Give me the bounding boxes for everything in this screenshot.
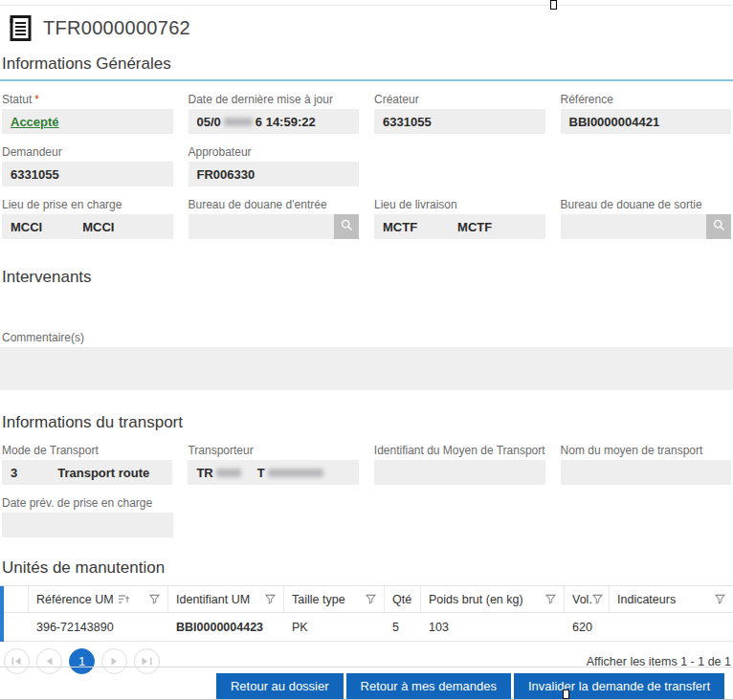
- filter-funnel-icon[interactable]: [149, 594, 160, 604]
- statut-label: Statut: [2, 93, 32, 106]
- field-bureau-sortie: Bureau de douane de sortie: [561, 198, 732, 239]
- field-transporteur: Transporteur TRT: [188, 444, 358, 485]
- header-cell-spacer: [4, 586, 29, 612]
- field-approbateur: Approbateur FR006330: [189, 145, 360, 186]
- header-cell-qte[interactable]: Qté: [385, 586, 421, 612]
- document-icon: [10, 15, 32, 41]
- header-cell-indicateurs[interactable]: Indicateurs: [610, 586, 733, 612]
- page-header: TFR0000000762: [0, 0, 733, 41]
- commentaire-label: Commentaire(s): [2, 331, 733, 344]
- required-asterisk: *: [34, 93, 39, 106]
- field-demandeur: Demandeur 6331055: [2, 145, 173, 186]
- transporteur-label: Transporteur: [188, 444, 358, 457]
- redacted-segment: [216, 469, 241, 477]
- field-statut: Statut* Accepté: [2, 93, 173, 134]
- reference-label: Référence: [561, 93, 732, 106]
- identifiant-moyen-label: Identifiant du Moyen de Transport: [374, 444, 545, 457]
- date-maj-label: Date de dernière mise à jour: [189, 93, 360, 106]
- transporteur-value: TRT: [188, 460, 358, 485]
- demandeur-value: 6331055: [2, 162, 173, 186]
- approbateur-label: Approbateur: [189, 145, 360, 159]
- table-selection-strip: [0, 586, 4, 642]
- approbateur-value: FR006330: [189, 162, 360, 186]
- filter-funnel-icon[interactable]: [366, 594, 376, 604]
- lieu-prise-label: Lieu de prise en charge: [2, 198, 173, 211]
- invalider-demande-button[interactable]: Invalider la demande de transfert: [514, 673, 724, 699]
- header-cell-identifiant[interactable]: Identifiant UM: [168, 586, 284, 612]
- section-title-um: Unités de manutention: [2, 558, 733, 578]
- header-cell-vol[interactable]: Vol.: [565, 586, 610, 612]
- filter-funnel-icon[interactable]: [545, 594, 556, 604]
- sort-asc-icon: [119, 594, 129, 604]
- artifact-glyph-top: [550, 0, 557, 10]
- general-fields-row3: Lieu de prise en charge MCCIMCCI Bureau …: [2, 198, 731, 239]
- field-date-maj: Date de dernière mise à jour 05/06 14:59…: [189, 93, 360, 134]
- table-row[interactable]: 396-72143890 BBI0000004423 PK 5 103 620: [4, 613, 733, 642]
- lieu-prise-value: MCCIMCCI: [2, 214, 173, 239]
- search-icon: [341, 219, 353, 234]
- nom-moyen-value: [561, 460, 731, 485]
- field-identifiant-moyen: Identifiant du Moyen de Transport: [374, 444, 545, 485]
- um-table: Référence UM Identifiant UM Taille type: [0, 585, 733, 642]
- field-lieu-prise: Lieu de prise en charge MCCIMCCI: [2, 198, 173, 239]
- field-lieu-livraison: Lieu de livraison MCTFMCTF: [374, 198, 545, 239]
- retour-dossier-button[interactable]: Retour au dossier: [216, 673, 344, 699]
- bureau-entree-input[interactable]: [189, 214, 360, 239]
- section-title-intervenants: Intervenants: [2, 268, 733, 287]
- row-cell-identifiant: BBI0000004423: [168, 613, 284, 641]
- redacted-segment: [224, 118, 253, 126]
- filter-funnel-icon[interactable]: [592, 594, 603, 604]
- header-cell-reference[interactable]: Référence UM: [29, 586, 168, 612]
- row-cell-spacer: [4, 613, 29, 641]
- bureau-sortie-label: Bureau de douane de sortie: [561, 198, 732, 211]
- nom-moyen-label: Nom du moyen de transport: [561, 444, 731, 457]
- page: TFR0000000762 Informations Générales Sta…: [0, 0, 733, 700]
- date-prev-value: [2, 513, 173, 537]
- field-bureau-entree: Bureau de douane d'entrée: [189, 198, 360, 239]
- section-underline: [0, 79, 733, 81]
- row-cell-poids: 103: [421, 613, 565, 641]
- identifiant-moyen-value: [374, 460, 545, 485]
- createur-label: Créateur: [374, 93, 545, 106]
- bureau-sortie-input[interactable]: [561, 214, 732, 239]
- statut-value-link[interactable]: Accepté: [11, 115, 59, 129]
- general-fields-row1: Statut* Accepté Date de dernière mise à …: [2, 93, 731, 134]
- header-cell-taille[interactable]: Taille type: [284, 586, 385, 612]
- date-prev-label: Date prév. de prise en charge: [2, 496, 173, 510]
- search-icon: [713, 219, 725, 234]
- page-title: TFR0000000762: [43, 17, 190, 39]
- commentaire-textarea: [0, 347, 733, 390]
- demandeur-label: Demandeur: [2, 145, 173, 159]
- row-cell-indicateurs: [610, 613, 733, 641]
- footer-bar: Retour au dossier Retour à mes demandes …: [0, 667, 733, 699]
- mode-transport-label: Mode de Transport: [2, 444, 172, 457]
- field-mode-transport: Mode de Transport 3Transport route: [2, 444, 172, 485]
- reference-value: BBI0000004421: [561, 109, 732, 134]
- row-cell-vol: 620: [565, 613, 610, 641]
- top-divider: [0, 5, 733, 6]
- field-reference: Référence BBI0000004421: [561, 93, 732, 134]
- redacted-segment: [268, 469, 323, 477]
- general-fields-row2: Demandeur 6331055 Approbateur FR006330: [2, 145, 731, 186]
- transport-fields-row2: Date prév. de prise en charge: [2, 496, 731, 537]
- um-table-header: Référence UM Identifiant UM Taille type: [4, 586, 733, 613]
- date-maj-value: 05/06 14:59:22: [189, 109, 360, 134]
- retour-demandes-button[interactable]: Retour à mes demandes: [346, 673, 511, 699]
- bureau-sortie-search-button[interactable]: [706, 214, 731, 239]
- section-title-general: Informations Générales: [2, 55, 733, 74]
- bureau-entree-label: Bureau de douane d'entrée: [189, 198, 360, 211]
- transport-fields-row1: Mode de Transport 3Transport route Trans…: [2, 444, 731, 485]
- header-cell-poids[interactable]: Poids brut (en kg): [421, 586, 565, 612]
- row-cell-qte: 5: [385, 613, 421, 641]
- field-nom-moyen: Nom du moyen de transport: [561, 444, 731, 485]
- bureau-entree-search-button[interactable]: [334, 214, 359, 239]
- row-cell-reference: 396-72143890: [29, 613, 168, 641]
- lieu-livraison-label: Lieu de livraison: [374, 198, 545, 211]
- artifact-glyph-bottom: [563, 689, 569, 699]
- field-createur: Créateur 6331055: [374, 93, 545, 134]
- row-cell-taille: PK: [284, 613, 385, 641]
- filter-funnel-icon[interactable]: [265, 594, 276, 604]
- section-title-transport: Informations du transport: [2, 413, 733, 432]
- field-date-prev: Date prév. de prise en charge: [2, 496, 173, 537]
- filter-funnel-icon[interactable]: [715, 594, 725, 604]
